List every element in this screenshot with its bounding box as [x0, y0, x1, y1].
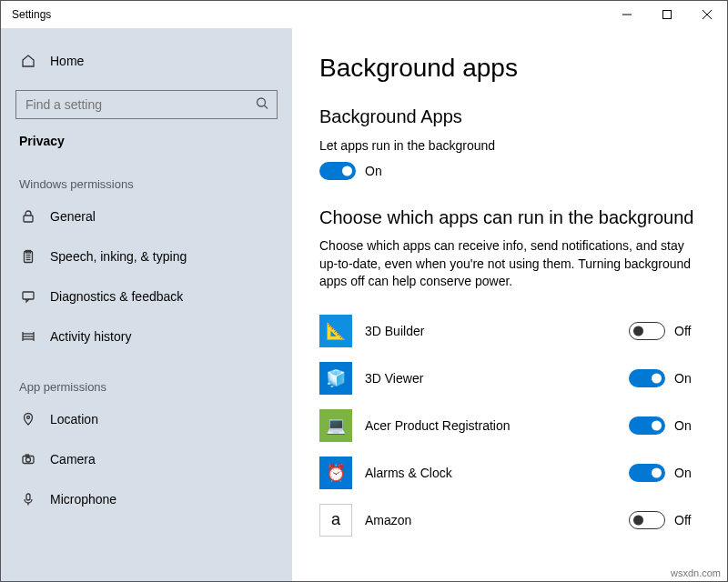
- minimize-button[interactable]: [607, 1, 647, 28]
- app-name: Acer Product Registration: [365, 418, 511, 433]
- current-category: Privacy: [1, 128, 292, 154]
- app-toggle-state: On: [674, 418, 692, 433]
- camera-icon: [19, 452, 37, 467]
- app-toggle[interactable]: [629, 322, 665, 340]
- window-title: Settings: [1, 8, 51, 21]
- nav-item-microphone[interactable]: Microphone: [1, 479, 292, 519]
- app-list: 📐3D BuilderOff🧊3D ViewerOn💻Acer Product …: [319, 307, 705, 544]
- app-toggle-wrap: On: [629, 416, 705, 435]
- search-input[interactable]: [15, 90, 278, 119]
- svg-rect-1: [663, 11, 672, 19]
- app-icon: a: [319, 504, 352, 537]
- app-item: 📐3D BuilderOff: [319, 307, 705, 355]
- section-choose-apps-desc: Choose which apps can receive info, send…: [319, 237, 705, 291]
- app-toggle-wrap: Off: [629, 511, 705, 529]
- svg-rect-22: [26, 494, 30, 500]
- master-toggle-state: On: [365, 164, 382, 178]
- close-button[interactable]: [687, 1, 727, 28]
- search-wrap: [15, 90, 278, 119]
- master-toggle-row: On: [319, 162, 705, 180]
- app-toggle[interactable]: [629, 416, 665, 435]
- close-icon: [703, 10, 712, 19]
- nav-group-header: Windows permissions: [1, 154, 292, 196]
- nav-item-camera[interactable]: Camera: [1, 439, 292, 479]
- svg-rect-12: [23, 292, 34, 299]
- main-content: Background apps Background Apps Let apps…: [292, 28, 727, 581]
- app-toggle[interactable]: [629, 464, 665, 482]
- sidebar: Home Privacy Windows permissionsGeneralS…: [1, 28, 292, 581]
- app-icon: 📐: [319, 315, 352, 347]
- app-toggle[interactable]: [629, 369, 665, 387]
- nav-item-activity-history[interactable]: Activity history: [1, 316, 292, 356]
- minimize-icon: [622, 10, 632, 19]
- app-name: Amazon: [365, 513, 411, 527]
- mic-icon: [19, 492, 37, 507]
- app-toggle-state: Off: [674, 324, 691, 338]
- app-icon: ⏰: [319, 457, 352, 489]
- activity-icon: [19, 329, 37, 344]
- nav-item-label: Location: [50, 412, 98, 426]
- nav-item-label: Speech, inking, & typing: [50, 249, 187, 264]
- nav-item-location[interactable]: Location: [1, 399, 292, 439]
- app-toggle-state: Off: [674, 513, 691, 527]
- section-background-apps-title: Background Apps: [319, 106, 705, 127]
- watermark: wsxdn.com: [671, 567, 721, 578]
- svg-point-18: [27, 416, 30, 419]
- app-item: ⏰Alarms & ClockOn: [319, 449, 705, 497]
- home-label: Home: [50, 54, 84, 68]
- app-toggle-wrap: On: [629, 464, 705, 482]
- feedback-icon: [19, 289, 37, 304]
- home-icon: [19, 54, 37, 68]
- nav-group-header: App permissions: [1, 356, 292, 399]
- nav-item-label: Diagnostics & feedback: [50, 289, 183, 304]
- app-name: 3D Viewer: [365, 371, 423, 386]
- app-toggle-wrap: Off: [629, 322, 705, 340]
- nav-item-label: General: [50, 209, 96, 224]
- location-icon: [19, 412, 37, 426]
- app-toggle-state: On: [674, 466, 692, 480]
- section-choose-apps-title: Choose which apps can run in the backgro…: [319, 207, 705, 228]
- app-name: Alarms & Clock: [365, 466, 452, 480]
- window-body: Home Privacy Windows permissionsGeneralS…: [1, 28, 727, 581]
- window-controls: [607, 1, 727, 28]
- nav-item-diagnostics-feedback[interactable]: Diagnostics & feedback: [1, 276, 292, 316]
- titlebar: Settings: [1, 1, 727, 28]
- svg-rect-6: [24, 216, 33, 222]
- page-title: Background apps: [319, 54, 705, 83]
- home-nav[interactable]: Home: [1, 45, 292, 77]
- nav-item-label: Camera: [50, 452, 96, 467]
- settings-window: Settings Home: [0, 0, 728, 582]
- nav-item-label: Microphone: [50, 492, 116, 507]
- nav-item-label: Activity history: [50, 329, 131, 344]
- nav-item-speech-inking-typing[interactable]: Speech, inking, & typing: [1, 236, 292, 276]
- app-item: aAmazonOff: [319, 497, 705, 544]
- app-toggle-wrap: On: [629, 369, 705, 387]
- master-toggle-label: Let apps run in the background: [319, 138, 705, 153]
- clipboard-icon: [19, 249, 37, 264]
- app-toggle[interactable]: [629, 511, 665, 529]
- maximize-icon: [662, 10, 672, 19]
- lock-icon: [19, 209, 37, 224]
- maximize-button[interactable]: [647, 1, 687, 28]
- nav-item-general[interactable]: General: [1, 196, 292, 236]
- app-name: 3D Builder: [365, 324, 424, 338]
- master-toggle[interactable]: [319, 162, 356, 180]
- app-icon: 🧊: [319, 362, 352, 395]
- app-icon: 💻: [319, 409, 352, 442]
- app-item: 💻Acer Product RegistrationOn: [319, 402, 705, 449]
- app-item: 🧊3D ViewerOn: [319, 355, 705, 402]
- svg-point-20: [26, 457, 31, 462]
- app-toggle-state: On: [674, 371, 692, 386]
